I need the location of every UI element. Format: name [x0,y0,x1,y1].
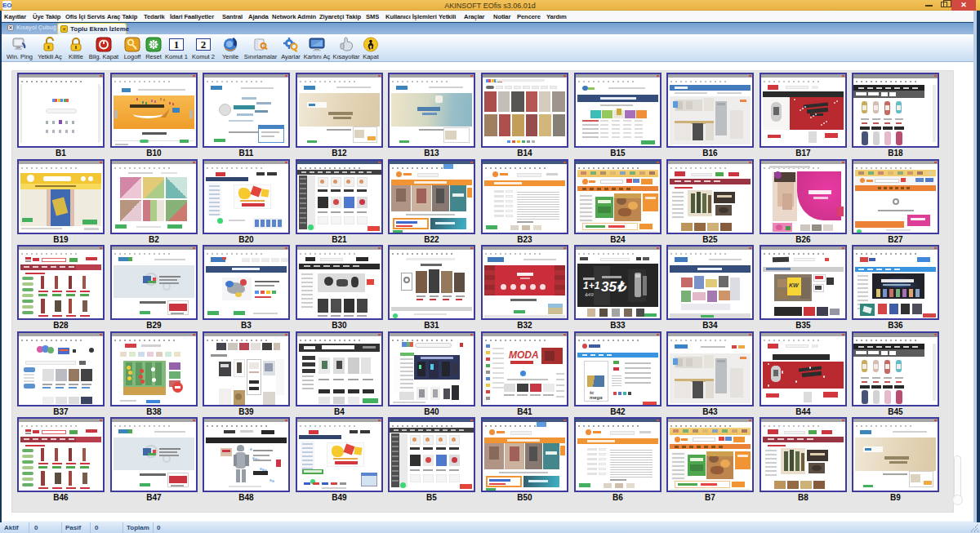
svg-text:1: 1 [174,38,180,51]
svg-text:2: 2 [201,38,207,51]
